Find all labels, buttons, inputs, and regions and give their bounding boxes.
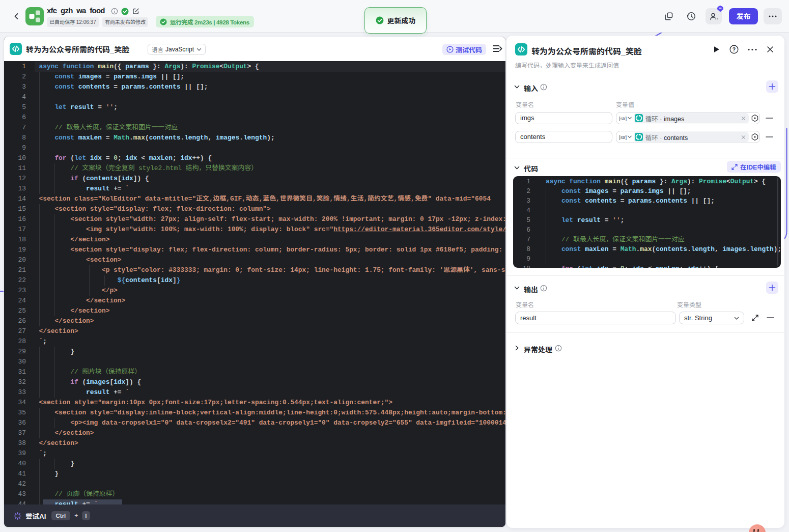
svg-text:?: ? (732, 46, 736, 52)
